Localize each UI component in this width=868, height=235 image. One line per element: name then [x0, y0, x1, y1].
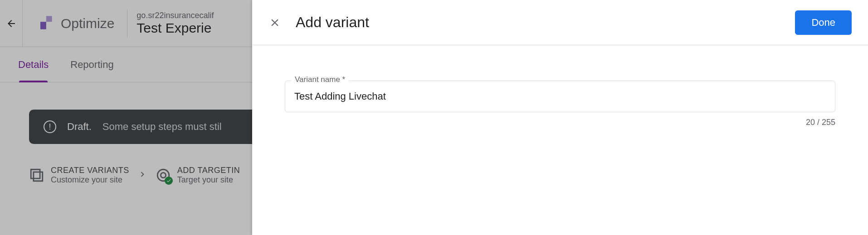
- modal-title: Add variant: [296, 14, 795, 31]
- close-icon: [269, 17, 281, 29]
- variant-name-label: Variant name *: [291, 75, 349, 84]
- close-button[interactable]: [265, 13, 285, 33]
- modal-header: Add variant Done: [252, 0, 868, 45]
- modal-scrim[interactable]: [0, 0, 252, 235]
- done-button[interactable]: Done: [795, 10, 852, 35]
- char-counter: 20 / 255: [285, 118, 835, 127]
- variant-name-field-wrap: Variant name *: [285, 81, 835, 112]
- modal-body: Variant name * 20 / 255: [252, 45, 868, 127]
- add-variant-panel: Add variant Done Variant name * 20 / 255: [252, 0, 868, 235]
- variant-name-input[interactable]: [285, 81, 835, 112]
